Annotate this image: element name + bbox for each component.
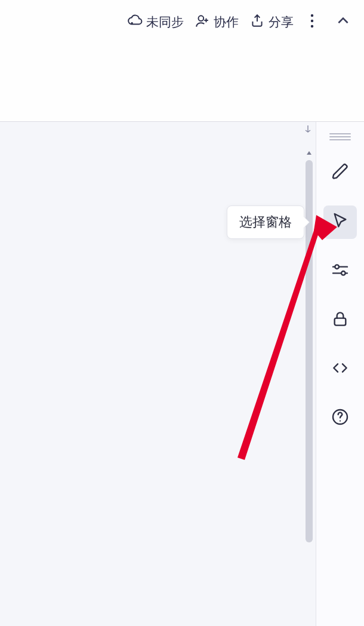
collaborate-label: 协作 <box>214 14 239 30</box>
vertical-scrollbar <box>304 148 314 554</box>
select-cursor-icon <box>331 211 350 233</box>
collapse-ribbon-button[interactable] <box>331 10 356 35</box>
top-toolbar: 未同步 协作 分享 <box>0 0 364 44</box>
main-area <box>0 122 364 626</box>
user-plus-icon <box>195 13 210 32</box>
sidebar-drag-handle[interactable] <box>329 133 351 141</box>
lock-icon <box>331 309 350 331</box>
vertical-dots-icon <box>310 13 314 31</box>
svg-point-3 <box>311 20 313 22</box>
tooltip-text: 选择窗格 <box>239 214 292 229</box>
document-canvas[interactable] <box>0 122 316 626</box>
svg-point-7 <box>341 271 346 275</box>
svg-point-2 <box>311 14 313 17</box>
sidebar-lock-button[interactable] <box>323 303 357 337</box>
help-icon <box>331 407 350 429</box>
sync-status-button[interactable]: 未同步 <box>124 11 187 34</box>
svg-rect-8 <box>335 318 346 326</box>
edit-pencil-icon <box>331 162 350 184</box>
svg-point-0 <box>131 22 132 24</box>
cloud-icon <box>127 13 143 32</box>
collaborate-button[interactable]: 协作 <box>191 11 242 34</box>
select-pane-tooltip: 选择窗格 <box>227 205 304 239</box>
triangle-up-icon <box>306 148 313 159</box>
svg-marker-5 <box>307 151 311 155</box>
more-menu-button[interactable] <box>301 11 323 33</box>
share-label: 分享 <box>269 14 294 30</box>
sync-status-label: 未同步 <box>146 14 184 30</box>
code-icon <box>331 358 350 380</box>
sidebar-select-pane-button[interactable] <box>323 205 357 239</box>
sidebar-properties-button[interactable] <box>323 254 357 288</box>
ruler-end-marker <box>304 124 312 134</box>
sidebar-edit-button[interactable] <box>323 156 357 190</box>
settings-sliders-icon <box>331 260 350 282</box>
ribbon-collapsed-area <box>0 44 364 122</box>
chevron-up-icon <box>335 13 351 31</box>
share-icon <box>249 13 265 32</box>
right-sidebar <box>316 122 364 626</box>
svg-point-10 <box>340 421 341 422</box>
sidebar-code-button[interactable] <box>323 352 357 386</box>
svg-point-1 <box>199 16 204 21</box>
svg-point-4 <box>311 25 313 27</box>
svg-point-6 <box>335 265 339 269</box>
scrollbar-up-button[interactable] <box>304 148 314 159</box>
sidebar-help-button[interactable] <box>323 401 357 435</box>
share-button[interactable]: 分享 <box>246 11 297 34</box>
